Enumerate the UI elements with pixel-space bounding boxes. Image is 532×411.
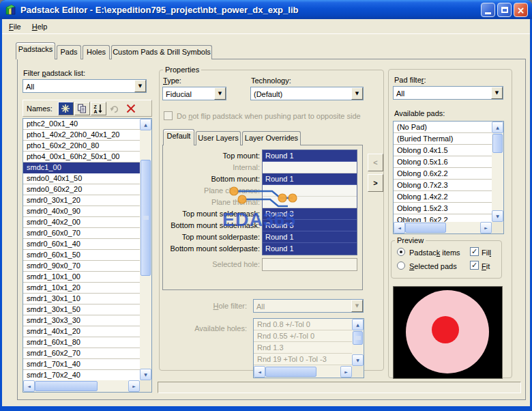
tab-pads[interactable]: Pads xyxy=(57,45,81,59)
available-hole-row[interactable]: Rnd 1.3 xyxy=(254,342,352,354)
new-padstack-button[interactable] xyxy=(58,102,74,115)
padstack-name-row[interactable]: smdr1_30x3_30 xyxy=(23,315,140,326)
tab-padstacks[interactable]: Padstacks xyxy=(16,42,55,59)
bottom-mount-solderpaste-value[interactable]: Round 1 xyxy=(263,243,357,255)
scroll-right-icon[interactable]: ► xyxy=(480,222,492,233)
chevron-down-icon[interactable]: ▼ xyxy=(491,87,503,99)
available-hole-row[interactable]: Rnd 19 +Tol 0 -Tol -3 xyxy=(254,354,352,365)
chevron-down-icon[interactable]: ▼ xyxy=(351,87,363,100)
top-mount-soldermask-value[interactable]: Round 3 xyxy=(263,208,357,220)
available-pad-row[interactable]: Oblong 0.5x1.6 xyxy=(394,156,492,168)
padstack-name-row[interactable]: smdr1_10x1_20 xyxy=(23,283,140,294)
padstack-name-row[interactable]: smdr1_30x1_50 xyxy=(23,304,140,315)
scroll-up-icon[interactable]: ▲ xyxy=(140,119,151,130)
pads-hscroll-thumb[interactable] xyxy=(405,223,446,233)
scroll-right-icon[interactable]: ► xyxy=(340,366,352,378)
pad-filter-dropdown[interactable]: All ▼ xyxy=(393,86,503,100)
scroll-left-icon[interactable]: ◄ xyxy=(254,366,265,378)
padstack-name-row[interactable]: smdr1_10x1_00 xyxy=(23,272,140,283)
do-not-flip-checkbox[interactable] xyxy=(164,111,173,120)
scroll-left-icon[interactable]: ◄ xyxy=(394,222,405,233)
scroll-up-icon[interactable]: ▲ xyxy=(492,122,503,133)
padstack-name-row[interactable]: ptho1_60x2_20h0_80 xyxy=(23,141,140,152)
selected-hole-input[interactable] xyxy=(262,258,357,271)
padstack-name-row[interactable]: smdr0_90x0_70 xyxy=(23,261,140,272)
padstack-name-row[interactable]: smdr1_40x1_20 xyxy=(23,326,140,337)
available-pad-row[interactable]: (No Pad) xyxy=(394,122,492,133)
padstack-name-row[interactable]: smdr0_30x1_20 xyxy=(23,195,140,206)
available-pad-row[interactable]: Oblong 1.4x2.2 xyxy=(394,191,492,203)
scroll-right-icon[interactable]: ► xyxy=(128,380,140,392)
padstack-name-row[interactable]: smdr0_40x0_90 xyxy=(23,206,140,217)
padstack-name-row[interactable]: smdr0_60x1_40 xyxy=(23,239,140,250)
internal-value[interactable] xyxy=(263,162,357,173)
tab-holes[interactable]: Holes xyxy=(83,45,110,59)
scroll-left-icon[interactable]: ◄ xyxy=(23,380,35,392)
bottom-mount-value[interactable]: Round 1 xyxy=(263,173,357,185)
pads-vscroll-thumb[interactable] xyxy=(492,134,503,153)
menu-help[interactable]: Help xyxy=(27,21,53,32)
minimize-button[interactable] xyxy=(481,3,495,17)
padstack-name-row[interactable]: smdo0_60x2_20 xyxy=(23,184,140,195)
fill-checkbox[interactable]: ✓ xyxy=(470,247,479,256)
type-dropdown[interactable]: Fiducial ▼ xyxy=(162,87,226,100)
plane-clearance-value[interactable] xyxy=(263,185,357,197)
names-horizontal-scrollbar[interactable]: ◄ ► xyxy=(23,380,140,392)
technology-dropdown[interactable]: (Default) ▼ xyxy=(250,87,364,100)
tab-layer-overrides[interactable]: Layer Overrides xyxy=(242,131,301,145)
undo-button[interactable] xyxy=(107,102,123,115)
tab-user-layers[interactable]: User Layers xyxy=(196,131,241,145)
pads-vertical-scrollbar[interactable]: ▲ ▼ xyxy=(492,122,503,222)
available-hole-row[interactable]: Rnd 0.8 +/-Tol 0 xyxy=(254,319,352,330)
holes-vscroll-thumb[interactable] xyxy=(353,331,363,345)
available-hole-row[interactable]: Rnd 0.55 +/-Tol 0 xyxy=(254,330,352,342)
bottom-mount-soldermask-value[interactable]: Round 3 xyxy=(263,220,357,231)
chevron-down-icon[interactable]: ▼ xyxy=(214,87,226,100)
available-pad-row[interactable]: (Buried Thermal) xyxy=(394,133,492,145)
names-vertical-scrollbar[interactable]: ▲ ▼ xyxy=(140,119,151,380)
remove-pad-button[interactable]: < xyxy=(368,154,383,171)
holes-vertical-scrollbar[interactable]: ▲ ▼ xyxy=(352,319,364,366)
padstack-name-row[interactable]: smdr0_60x0_70 xyxy=(23,228,140,239)
delete-button[interactable] xyxy=(123,102,139,115)
plane-thermal-value[interactable] xyxy=(263,197,357,208)
holes-hscroll-thumb[interactable] xyxy=(265,367,316,377)
padstack-name-row[interactable]: smdr0_60x1_50 xyxy=(23,250,140,261)
available-pad-row[interactable]: Oblong 1.6x2.2 xyxy=(394,214,492,222)
assign-pad-button[interactable]: > xyxy=(368,174,383,192)
tab-custom-pads-drill-symbols[interactable]: Custom Pads & Drill Symbols xyxy=(111,45,212,59)
holes-horizontal-scrollbar[interactable]: ◄ ► xyxy=(254,366,352,378)
padstack-name-row[interactable]: smdr1_70x1_40 xyxy=(23,359,140,370)
padstack-name-row[interactable]: smdr1_30x1_10 xyxy=(23,294,140,304)
padstack-items-radio[interactable] xyxy=(397,248,405,256)
padstack-name-row[interactable]: smdr1_60x2_70 xyxy=(23,348,140,359)
scroll-up-icon[interactable]: ▲ xyxy=(352,319,364,330)
pads-horizontal-scrollbar[interactable]: ◄ ► xyxy=(394,222,492,233)
selected-pads-radio[interactable] xyxy=(397,261,405,270)
scroll-down-icon[interactable]: ▼ xyxy=(492,210,503,222)
filter-padstack-dropdown[interactable]: All ▼ xyxy=(23,79,147,93)
tab-default[interactable]: Default xyxy=(163,129,194,145)
padstack-name-row[interactable]: ptho4_00x1_60h2_50x1_00 xyxy=(23,152,140,162)
scroll-down-icon[interactable]: ▼ xyxy=(352,354,364,366)
available-pad-row[interactable]: Oblong 0.6x2.2 xyxy=(394,168,492,180)
fit-checkbox[interactable]: ✓ xyxy=(470,261,479,270)
maximize-button[interactable] xyxy=(497,3,512,17)
padstack-name-row[interactable]: smdo0_40x1_50 xyxy=(23,173,140,184)
sort-az-button[interactable]: Z A xyxy=(91,102,106,115)
copy-button[interactable] xyxy=(74,102,90,115)
scroll-down-icon[interactable]: ▼ xyxy=(140,369,151,380)
names-hscroll-thumb[interactable] xyxy=(35,381,98,391)
chevron-down-icon[interactable]: ▼ xyxy=(134,80,146,92)
menu-file[interactable]: File xyxy=(3,21,27,32)
available-pad-row[interactable]: Oblong 1.5x2.3 xyxy=(394,203,492,214)
top-mount-value[interactable]: Round 1 xyxy=(263,150,357,162)
hole-filter-dropdown[interactable]: All ▼ xyxy=(253,299,364,313)
available-pad-row[interactable]: Oblong 0.4x1.5 xyxy=(394,145,492,156)
padstack-name-row[interactable]: smdc1_00 xyxy=(23,162,140,173)
padstack-name-row[interactable]: smdr1_60x1_80 xyxy=(23,337,140,348)
padstack-name-row[interactable]: smdr0_40x2_00 xyxy=(23,217,140,228)
top-mount-solderpaste-value[interactable]: Round 1 xyxy=(263,231,357,243)
padstack-name-row[interactable]: ptho1_40x2_20h0_40x1_20 xyxy=(23,130,140,141)
padstack-name-row[interactable]: pthc2_00x1_40 xyxy=(23,119,140,130)
